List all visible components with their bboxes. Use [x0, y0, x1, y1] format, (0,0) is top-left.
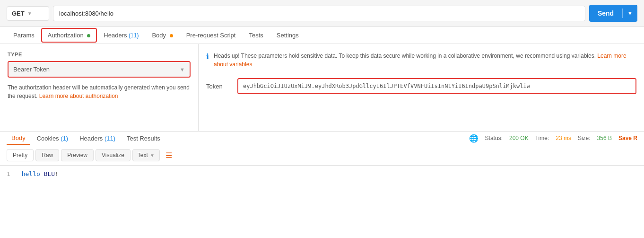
format-chevron-icon: ▼	[150, 153, 155, 158]
type-label: TYPE	[8, 52, 191, 57]
status-bar: 🌐 Status: 200 OK Time: 23 ms Size: 356 B…	[469, 134, 637, 143]
method-selector[interactable]: GET ▼	[7, 6, 49, 21]
format-selector[interactable]: Text ▼	[132, 149, 160, 161]
globe-icon: 🌐	[469, 134, 479, 143]
raw-button[interactable]: Raw	[35, 149, 59, 161]
size-label: Size:	[578, 135, 591, 141]
time-label: Time:	[535, 135, 549, 141]
left-panel: TYPE Bearer Token No Auth API Key Basic …	[0, 44, 199, 131]
line-number: 1	[7, 170, 10, 177]
url-input[interactable]	[53, 6, 585, 21]
info-text: Heads up! These parameters hold sensitiv…	[214, 52, 636, 69]
response-toolbar: Pretty Raw Preview Visualize Text ▼ ☰	[0, 145, 644, 166]
response-tab-headers[interactable]: Headers (11)	[75, 132, 120, 145]
time-value: 23 ms	[556, 135, 571, 141]
response-tab-test-results[interactable]: Test Results	[122, 132, 165, 145]
token-row: Token	[206, 78, 636, 94]
response-tab-body[interactable]: Body	[7, 132, 30, 145]
save-response-button[interactable]: Save R	[618, 135, 637, 141]
body-dot	[170, 34, 173, 37]
response-body: 1 hello BLU!	[0, 166, 644, 182]
tab-body[interactable]: Body	[145, 27, 179, 44]
request-tabs: Params Authorization Headers (11) Body P…	[0, 27, 644, 44]
tab-settings[interactable]: Settings	[270, 27, 305, 44]
response-tabs: Body Cookies (1) Headers (11) Test Resul…	[7, 132, 165, 145]
token-input-wrapper	[237, 78, 636, 94]
send-button-label: Send	[589, 9, 622, 17]
response-blu: BLU	[44, 170, 55, 177]
size-value: 356 B	[597, 135, 612, 141]
auth-description: The authorization header will be automat…	[8, 83, 191, 100]
token-input[interactable]	[238, 79, 635, 93]
tab-tests[interactable]: Tests	[242, 27, 270, 44]
method-chevron-icon: ▼	[27, 11, 32, 16]
main-content: TYPE Bearer Token No Auth API Key Basic …	[0, 44, 644, 132]
pretty-button[interactable]: Pretty	[7, 149, 34, 161]
method-label: GET	[12, 10, 25, 17]
status-value: 200 OK	[509, 135, 529, 141]
authorization-dot	[87, 34, 90, 37]
type-selector-wrapper: Bearer Token No Auth API Key Basic Auth …	[8, 61, 191, 78]
info-banner: ℹ Heads up! These parameters hold sensit…	[206, 52, 636, 69]
response-tab-cookies[interactable]: Cookies (1)	[32, 132, 73, 145]
format-label: Text	[138, 152, 148, 159]
response-hello: hello	[22, 170, 44, 177]
token-label: Token	[206, 83, 230, 90]
tab-pre-request-script[interactable]: Pre-request Script	[180, 27, 243, 44]
right-panel: ℹ Heads up! These parameters hold sensit…	[199, 44, 644, 131]
learn-more-link[interactable]: Learn more about authorization	[39, 93, 118, 99]
tab-authorization[interactable]: Authorization	[41, 28, 97, 43]
response-tabs-bar: Body Cookies (1) Headers (11) Test Resul…	[0, 132, 644, 145]
send-button[interactable]: Send ▼	[589, 5, 637, 22]
visualize-button[interactable]: Visualize	[96, 149, 131, 161]
status-label: Status:	[485, 135, 503, 141]
info-icon: ℹ	[206, 52, 209, 61]
type-selector[interactable]: Bearer Token No Auth API Key Basic Auth …	[9, 62, 190, 77]
tab-params[interactable]: Params	[7, 27, 41, 44]
response-exclamation: !	[55, 170, 59, 177]
preview-button[interactable]: Preview	[61, 149, 94, 161]
url-bar: GET ▼ Send ▼	[0, 0, 644, 27]
wrap-lines-icon[interactable]: ☰	[165, 151, 172, 160]
send-chevron-icon[interactable]: ▼	[623, 10, 637, 16]
tab-headers[interactable]: Headers (11)	[97, 27, 145, 44]
